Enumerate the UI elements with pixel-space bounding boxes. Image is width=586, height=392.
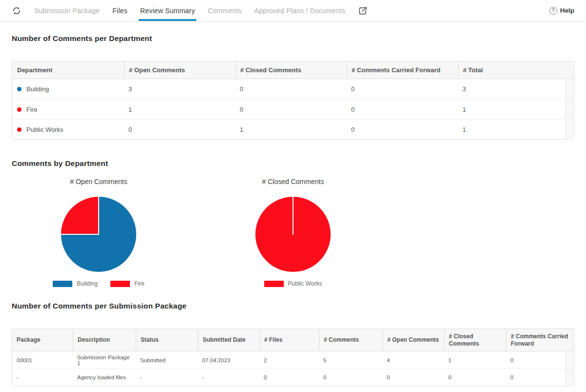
legend-swatch (53, 281, 72, 287)
comments-cell: 0 (319, 369, 382, 386)
pie-slice[interactable] (61, 196, 99, 234)
department-name: Fire (26, 106, 37, 113)
column-header-comments-carried-forward[interactable]: # Comments Carried Forward (347, 62, 458, 79)
closed-comments-cell: 1 (235, 120, 347, 139)
pie-chart-svg (55, 190, 143, 278)
legend-item[interactable]: Building (53, 280, 98, 287)
help-label: Help (560, 7, 574, 14)
table-row[interactable]: Building 3 0 0 3 (12, 79, 574, 99)
packages-table-header: Package Description Status Submitted Dat… (12, 329, 574, 351)
chart-legend: BuildingFire (53, 280, 144, 287)
legend-label: Fire (134, 280, 145, 287)
legend-item[interactable]: Fire (110, 280, 145, 287)
carried-forward-cell: 0 (347, 79, 458, 99)
table-row[interactable]: 00001 Submission Package 1 Submitted 07.… (12, 351, 574, 369)
column-header-closed-comments[interactable]: # Closed Comments (235, 62, 347, 79)
departments-section-title: Number of Comments per Department (12, 34, 574, 43)
legend-label: Building (77, 280, 98, 287)
departments-table: Department # Open Comments # Closed Comm… (12, 61, 574, 140)
open-comments-cell: 0 (382, 369, 444, 386)
column-header-submitted-date[interactable]: Submitted Date (198, 329, 259, 351)
table-scrollbar[interactable] (565, 80, 573, 139)
column-header-comments-carried-forward[interactable]: # Comments Carried Forward (506, 329, 574, 351)
total-cell: 3 (458, 79, 574, 99)
closed-comments-cell: 1 (444, 351, 506, 369)
status-cell: Submitted (136, 351, 198, 369)
chart-title: # Closed Comments (262, 178, 324, 186)
refresh-icon[interactable] (12, 6, 21, 16)
closed-comments-pie-chart: # Closed Comments Public Works (186, 178, 400, 287)
files-cell: 2 (259, 351, 319, 369)
table-row[interactable]: - Agency loaded files - - 0 0 0 0 0 (12, 369, 574, 386)
carried-forward-cell: 0 (506, 369, 574, 386)
column-header-closed-comments[interactable]: # Closed Comments (444, 329, 506, 351)
carried-forward-cell: 0 (347, 100, 458, 119)
description-cell: Agency loaded files (73, 369, 136, 386)
total-cell: 1 (458, 120, 574, 139)
closed-comments-cell: 0 (235, 100, 347, 119)
tab-submission-package[interactable]: Submission Package (34, 0, 100, 21)
closed-comments-cell: 0 (235, 79, 347, 99)
chart-legend: Public Works (264, 280, 322, 287)
department-color-dot (17, 87, 21, 91)
column-header-status[interactable]: Status (136, 329, 198, 351)
table-scrollbar[interactable] (565, 352, 573, 385)
department-name: Building (26, 85, 49, 93)
open-comments-cell: 3 (124, 79, 235, 99)
column-header-description[interactable]: Description (73, 329, 136, 351)
carried-forward-cell: 0 (506, 351, 574, 369)
submitted-date-cell: - (198, 369, 259, 386)
tab-comments[interactable]: Comments (208, 0, 241, 21)
tab-approved-plans-documents[interactable]: Approved Plans / Documents (254, 0, 346, 21)
description-cell: Submission Package 1 (73, 351, 136, 369)
department-name: Public Works (26, 126, 63, 133)
column-header-open-comments[interactable]: # Open Comments (124, 62, 235, 79)
help-button[interactable]: ? Help (549, 7, 574, 15)
files-cell: 0 (259, 369, 319, 386)
packages-table: Package Description Status Submitted Dat… (12, 329, 574, 386)
department-cell: Public Works (12, 120, 124, 139)
legend-swatch (264, 281, 284, 287)
total-cell: 1 (458, 100, 574, 119)
department-color-dot (17, 127, 21, 132)
comments-cell: 5 (319, 351, 382, 369)
package-cell: - (12, 369, 73, 386)
open-comments-cell: 0 (124, 120, 235, 139)
open-comments-cell: 4 (382, 351, 444, 369)
help-icon: ? (549, 7, 557, 15)
legend-item[interactable]: Public Works (264, 280, 322, 287)
status-cell: - (136, 369, 198, 386)
tab-review-summary[interactable]: Review Summary (140, 0, 195, 21)
pie-chart-svg (249, 190, 337, 278)
submitted-date-cell: 07.04.2023 (198, 351, 259, 369)
tab-files[interactable]: Files (112, 0, 127, 21)
closed-comments-cell: 0 (444, 369, 506, 386)
charts-section-title: Comments by Department (12, 159, 574, 168)
department-color-dot (17, 107, 21, 112)
departments-table-header: Department # Open Comments # Closed Comm… (12, 62, 574, 79)
pie-slice[interactable] (255, 196, 331, 272)
charts-row: # Open Comments BuildingFire # Closed Co… (12, 178, 574, 287)
table-row[interactable]: Public Works 0 1 0 1 (12, 119, 574, 139)
table-row[interactable]: Fire 1 0 0 1 (12, 99, 574, 119)
department-cell: Building (12, 79, 124, 99)
external-link-icon[interactable] (358, 6, 368, 16)
packages-section-title: Number of Comments per Submission Packag… (12, 302, 574, 310)
carried-forward-cell: 0 (347, 120, 458, 139)
open-comments-pie-chart: # Open Comments BuildingFire (12, 178, 186, 287)
chart-title: # Open Comments (70, 178, 127, 186)
column-header-package[interactable]: Package (12, 329, 73, 351)
package-cell: 00001 (12, 351, 73, 369)
legend-label: Public Works (288, 280, 322, 287)
open-comments-cell: 1 (124, 100, 235, 119)
column-header-files[interactable]: # Files (259, 329, 319, 351)
column-header-open-comments[interactable]: # Open Comments (382, 329, 444, 351)
column-header-comments[interactable]: # Comments (319, 329, 382, 351)
legend-swatch (110, 281, 130, 287)
column-header-total[interactable]: # Total (458, 62, 574, 79)
column-header-department[interactable]: Department (12, 62, 124, 79)
department-cell: Fire (12, 100, 124, 119)
top-navigation-bar: Submission Package Files Review Summary … (0, 0, 586, 21)
